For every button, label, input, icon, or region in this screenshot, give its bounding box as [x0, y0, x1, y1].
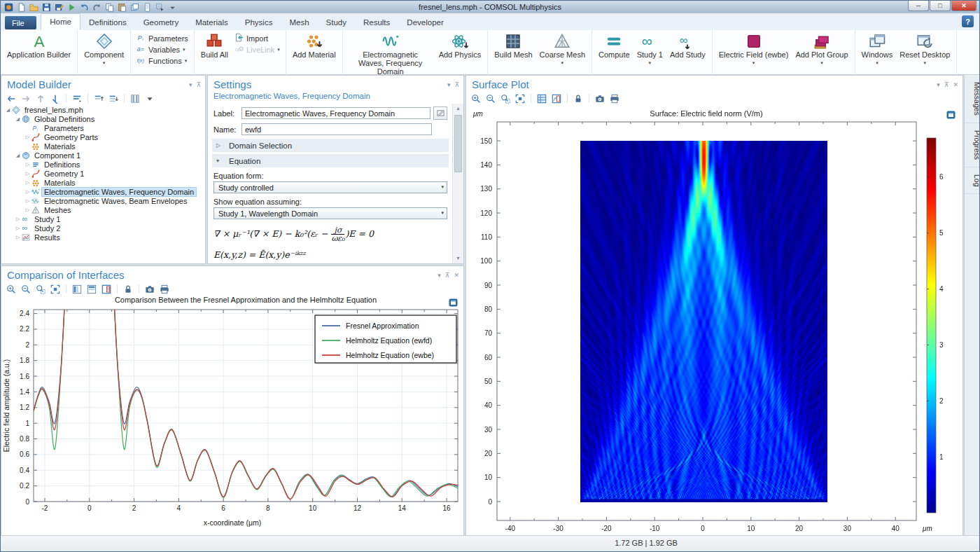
- zoom-extents-icon[interactable]: [50, 284, 61, 294]
- tab-developer[interactable]: Developer: [398, 15, 451, 30]
- collapsed-twisty-icon[interactable]: ▷: [24, 198, 31, 204]
- save-as-icon[interactable]: [54, 2, 64, 12]
- windows-button[interactable]: Windows▾: [860, 32, 895, 68]
- collapsed-twisty-icon[interactable]: ▷: [14, 216, 22, 222]
- close-icon[interactable]: ✕: [953, 81, 958, 88]
- tree-item-materials[interactable]: ▷Materials: [1, 178, 205, 187]
- side-tab-progress[interactable]: Progress: [965, 123, 980, 167]
- collapsed-twisty-icon[interactable]: ▷: [24, 207, 31, 213]
- tree-item-definitions[interactable]: ▷Definitions: [1, 160, 205, 169]
- zoom-in-icon[interactable]: [6, 284, 17, 294]
- zoom-extents-icon[interactable]: [514, 93, 526, 104]
- zoom-selection-icon[interactable]: [35, 284, 46, 294]
- tab-home[interactable]: Home: [41, 13, 80, 30]
- chevron-down-icon[interactable]: ▾: [438, 272, 441, 279]
- coarse-mesh-button[interactable]: Coarse Mesh▾: [538, 32, 587, 68]
- comparison-chart[interactable]: -2024681012141600.20.40.60.811.21.41.61.…: [1, 294, 463, 537]
- move-down-icon[interactable]: [50, 93, 61, 104]
- tree-item-global-definitions[interactable]: ◢Global Definitions: [1, 114, 205, 123]
- tab-physics[interactable]: Physics: [237, 15, 281, 30]
- rename-button[interactable]: [433, 106, 447, 120]
- y-axis-data-icon[interactable]: [71, 284, 83, 294]
- close-button[interactable]: ✕: [951, 1, 976, 11]
- surface-heatmap-canvas[interactable]: [580, 141, 827, 502]
- qat-dropdown-icon[interactable]: [167, 2, 178, 12]
- tree-item-electromagnetic-waves-frequency-domain[interactable]: ▷Electromagnetic Waves, Frequency Domain: [1, 187, 205, 196]
- forward-icon[interactable]: [20, 93, 31, 104]
- zoom-out-icon[interactable]: [485, 93, 496, 104]
- tree-item-study-2[interactable]: ▷∞Study 2: [1, 223, 205, 233]
- app-icon[interactable]: [4, 2, 14, 12]
- add-material-button[interactable]: Add Material: [290, 32, 338, 60]
- tree-item-fresnel-lens-mph[interactable]: ◢fresnel_lens.mph: [1, 105, 205, 114]
- print-icon[interactable]: [159, 284, 170, 294]
- collapsed-twisty-icon[interactable]: ▷: [24, 171, 31, 177]
- functions-button[interactable]: f(x)Functions▾: [135, 55, 190, 66]
- reset-desktop-button[interactable]: Reset Desktop▾: [897, 32, 952, 68]
- lock-axes-icon[interactable]: [573, 93, 584, 104]
- tree-item-parameters[interactable]: PiParameters: [1, 123, 205, 132]
- select-region-icon[interactable]: [155, 2, 165, 12]
- more-dropdown-icon[interactable]: [144, 93, 155, 104]
- section-domain-selection[interactable]: ▷Domain Selection: [212, 139, 449, 152]
- move-up-icon[interactable]: [35, 93, 46, 104]
- tree-item-meshes[interactable]: ▷Meshes: [1, 205, 205, 214]
- add-study-button[interactable]: ∞Add Study: [668, 32, 708, 60]
- table-graph-red-icon[interactable]: [551, 93, 562, 104]
- minimize-button[interactable]: ─: [908, 1, 929, 11]
- expanded-twisty-icon[interactable]: ◢: [14, 116, 22, 122]
- import-button[interactable]: Import: [233, 33, 281, 43]
- open-icon[interactable]: [29, 2, 39, 12]
- detach-plot-icon[interactable]: [946, 109, 955, 118]
- side-tab-messages[interactable]: Messages: [965, 75, 980, 123]
- tree-item-materials[interactable]: Materials: [1, 142, 205, 151]
- lock-axes-icon[interactable]: [122, 284, 134, 294]
- redo-icon[interactable]: [92, 2, 102, 12]
- scroll-down-icon[interactable]: ▼: [453, 254, 463, 263]
- zoom-selection-icon[interactable]: [500, 93, 511, 104]
- show-options-icon[interactable]: [71, 93, 83, 104]
- application-builder-button[interactable]: AApplication Builder: [5, 32, 73, 60]
- collapsed-twisty-icon[interactable]: ▷: [24, 134, 31, 140]
- build-mesh-button[interactable]: Build Mesh: [492, 32, 534, 60]
- chevron-down-icon[interactable]: ▾: [937, 81, 940, 88]
- zoom-out-icon[interactable]: [20, 284, 31, 294]
- show-equation-select[interactable]: Study 1, Wavelength Domain▾: [214, 207, 447, 219]
- collapsed-twisty-icon[interactable]: ▷: [14, 226, 22, 231]
- scroll-up-icon[interactable]: ▲: [453, 104, 463, 113]
- pin-icon[interactable]: ⊼: [944, 81, 949, 88]
- tab-study[interactable]: Study: [318, 15, 355, 30]
- tree-item-component-1[interactable]: ◢Component 1: [1, 151, 205, 160]
- collapse-all-icon[interactable]: [93, 93, 104, 104]
- save-icon[interactable]: [41, 2, 52, 12]
- model-columns-icon[interactable]: [130, 93, 141, 104]
- compute-button[interactable]: Compute: [596, 32, 632, 60]
- add-plot-group-button[interactable]: Add Plot Group▾: [793, 32, 850, 68]
- print-icon[interactable]: [609, 93, 620, 104]
- back-icon[interactable]: [6, 93, 17, 104]
- detach-plot-icon[interactable]: [449, 297, 458, 305]
- chevron-down-icon[interactable]: ▾: [189, 81, 192, 88]
- tree-item-results[interactable]: ▷Results: [1, 233, 205, 242]
- duplicate-icon[interactable]: [130, 2, 140, 12]
- electric-field-ewbe-button[interactable]: Electric Field (ewbe)▾: [717, 32, 791, 68]
- equation-form-select[interactable]: Study controlled▾: [214, 181, 447, 193]
- section-equation[interactable]: ▾Equation: [212, 154, 449, 167]
- collapsed-twisty-icon[interactable]: ▷: [14, 235, 22, 240]
- collapsed-twisty-icon[interactable]: ▷: [24, 162, 31, 167]
- device-icon[interactable]: [142, 2, 153, 12]
- tab-geometry[interactable]: Geometry: [135, 15, 188, 30]
- close-icon[interactable]: ✕: [454, 272, 459, 279]
- parameters-button[interactable]: PiParameters: [135, 33, 190, 43]
- tree-item-geometry-parts[interactable]: ▷Geometry Parts: [1, 132, 205, 142]
- legend-toggle-icon[interactable]: [101, 284, 112, 294]
- side-tab-log[interactable]: Log: [965, 167, 980, 195]
- build-all-button[interactable]: Build All: [199, 32, 230, 60]
- tab-results[interactable]: Results: [355, 15, 398, 30]
- expand-all-icon[interactable]: [108, 93, 119, 104]
- tab-definitions[interactable]: Definitions: [80, 15, 135, 30]
- expanded-twisty-icon[interactable]: ◢: [4, 107, 12, 113]
- tab-mesh[interactable]: Mesh: [281, 15, 317, 30]
- tree-item-study-1[interactable]: ▷∞Study 1: [1, 214, 205, 223]
- chevron-down-icon[interactable]: ▾: [447, 81, 451, 88]
